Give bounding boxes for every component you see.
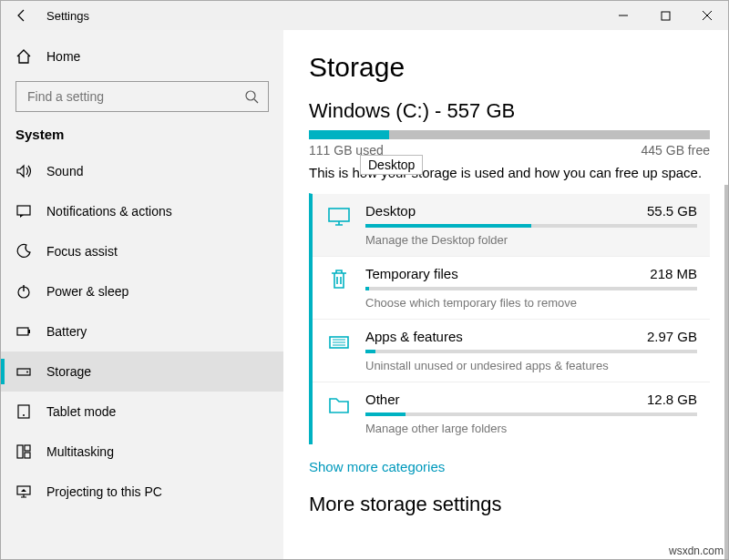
sidebar-item-label: Notifications & actions [46,204,172,219]
category-bar [365,287,697,290]
window-title: Settings [43,9,89,23]
svg-rect-4 [17,328,28,335]
category-bar [365,224,697,228]
battery-icon [15,323,32,340]
category-size: 2.97 GB [647,329,697,344]
svg-rect-10 [17,445,23,458]
sidebar-item-projecting[interactable]: Projecting to this PC [1,472,283,512]
svg-point-1 [246,91,255,100]
projecting-icon [15,484,32,500]
sidebar-item-label: Projecting to this PC [46,484,162,499]
category-name: Desktop [365,203,416,219]
category-bar [365,350,697,353]
svg-rect-2 [17,206,30,215]
watermark: wsxdn.com [669,545,724,557]
power-icon [15,283,32,300]
sidebar-item-label: Battery [46,324,87,339]
sidebar: Home System Sound Notifications & actio [1,30,283,559]
svg-point-7 [26,372,28,373]
category-sub: Choose which temporary files to remove [365,296,697,310]
sidebar-item-multitasking[interactable]: Multitasking [1,432,283,472]
tablet-icon [15,403,32,420]
trash-icon [327,268,351,291]
close-button[interactable] [686,1,728,30]
sidebar-item-focus-assist[interactable]: Focus assist [1,231,283,271]
more-storage-settings-title: More storage settings [309,493,710,516]
svg-rect-0 [662,12,670,20]
sidebar-item-label: Tablet mode [46,404,116,419]
content-area: Storage Windows (C:) - 557 GB 111 GB use… [283,30,728,559]
search-icon [244,89,259,104]
drive-usage-bar [309,130,710,139]
sidebar-item-storage[interactable]: Storage [1,351,283,392]
tooltip-desktop: Desktop [360,155,423,175]
sidebar-item-power-sleep[interactable]: Power & sleep [1,271,283,311]
sidebar-item-tablet-mode[interactable]: Tablet mode [1,392,283,432]
sidebar-item-label: Sound [46,164,83,178]
storage-icon [15,363,32,380]
category-size: 218 MB [650,266,697,281]
category-sub: Manage other large folders [365,422,697,435]
page-title: Storage [309,52,710,83]
sidebar-item-label: Multitasking [46,444,114,459]
svg-rect-12 [25,453,30,458]
sound-icon [15,163,32,179]
search-box[interactable] [15,81,269,112]
drive-free-label: 445 GB free [642,143,711,158]
svg-rect-5 [28,330,30,333]
sidebar-section-title: System [1,121,283,151]
category-desktop[interactable]: Desktop 55.5 GB Manage the Desktop folde… [313,194,710,256]
sidebar-item-label: Power & sleep [46,284,128,299]
category-other[interactable]: Other 12.8 GB Manage other large folders [313,382,710,444]
search-input[interactable] [26,88,244,105]
back-button[interactable] [1,1,43,30]
svg-rect-11 [25,445,30,451]
category-size: 12.8 GB [647,392,697,407]
multitasking-icon [15,443,32,460]
desktop-icon [327,205,351,229]
svg-point-9 [23,414,25,416]
category-temporary-files[interactable]: Temporary files 218 MB Choose which temp… [313,256,710,319]
category-apps-features[interactable]: Apps & features 2.97 GB Uninstall unused… [313,319,710,382]
show-more-categories-link[interactable]: Show more categories [309,459,710,474]
minimize-button[interactable] [602,1,644,30]
title-bar: Settings [1,1,728,30]
category-sub: Uninstall unused or undesired apps & fea… [365,359,697,372]
scrollbar[interactable] [724,185,728,559]
category-name: Apps & features [365,329,463,344]
sidebar-item-battery[interactable]: Battery [1,311,283,351]
sidebar-item-sound[interactable]: Sound [1,151,283,191]
nav-home-label: Home [46,49,80,64]
apps-icon [327,331,351,354]
svg-rect-14 [329,209,349,221]
folder-icon [327,393,351,417]
nav-home[interactable]: Home [1,37,283,76]
category-bar [365,412,697,416]
sidebar-item-notifications[interactable]: Notifications & actions [1,191,283,231]
notifications-icon [15,203,32,219]
category-name: Temporary files [365,266,458,281]
focus-assist-icon [15,243,32,260]
category-size: 55.5 GB [647,203,697,219]
sidebar-item-label: Storage [46,364,91,379]
category-sub: Manage the Desktop folder [365,233,697,247]
sidebar-item-label: Focus assist [46,244,118,259]
maximize-button[interactable] [644,1,686,30]
window-controls [602,1,728,30]
storage-categories: Desktop 55.5 GB Manage the Desktop folde… [309,193,710,444]
category-name: Other [365,392,400,407]
drive-title: Windows (C:) - 557 GB [309,99,710,123]
home-icon [15,48,32,65]
